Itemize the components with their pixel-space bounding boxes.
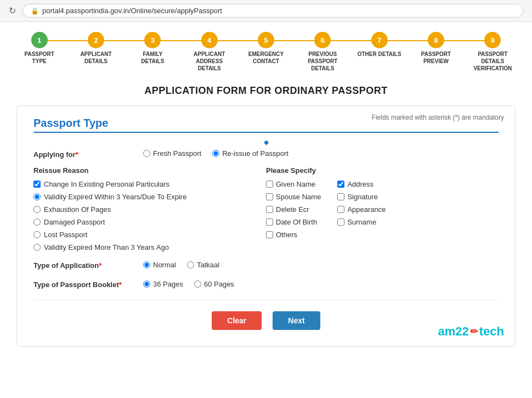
button-row: Clear Next [33, 300, 499, 330]
step-9: 9PASSPORT DETAILS VERIFICATION [465, 32, 521, 72]
step-label-1: PASSPORT TYPE [18, 51, 61, 65]
brand-text-left: am22 [438, 324, 468, 339]
reissue-option-damaged[interactable]: Damaged Passport [33, 218, 266, 226]
step-circle-4[interactable]: 4 [201, 32, 218, 48]
type-booklet-pages36[interactable]: 36 Pages [143, 280, 183, 288]
applying-for-option-reissue[interactable]: Re-issue of Passport [212, 149, 288, 158]
step-circle-9[interactable]: 9 [484, 32, 501, 48]
type-application-row: Type of Application* NormalTatkaal [33, 260, 499, 270]
step-circle-7[interactable]: 7 [371, 32, 388, 48]
step-circle-6[interactable]: 6 [314, 32, 331, 48]
reissue-right: Please Specify Given NameSpouse NameDele… [266, 166, 499, 251]
step-6: 6PREVIOUS PASSPORT DETAILS [295, 32, 351, 72]
type-booklet-options: 36 Pages60 Pages [143, 280, 234, 288]
reissue-option-exhaustion[interactable]: Exhaustion Of Pages [33, 205, 266, 214]
specify-others[interactable]: Others [266, 231, 321, 239]
step-circle-1[interactable]: 1 [31, 32, 48, 48]
step-1: 1PASSPORT TYPE [11, 32, 67, 65]
refresh-icon[interactable]: ↻ [9, 5, 16, 16]
step-label-2: APPLICANT DETAILS [74, 51, 118, 65]
reissue-option-lost[interactable]: Lost Passport [33, 231, 266, 239]
step-8: 8PASSPORT PREVIEW [408, 32, 464, 65]
brand-text-right: tech [479, 324, 504, 339]
mandatory-note: Fields marked with asterisk (*) are mand… [372, 114, 504, 121]
form-container: Fields marked with asterisk (*) are mand… [16, 105, 516, 347]
applying-for-options: Fresh PassportRe-issue of Passport [143, 149, 288, 158]
step-2: 2APPLICANT DETAILS [67, 32, 124, 65]
reissue-reason-title: Reissue Reason [33, 166, 266, 175]
please-specify-title: Please Specify [266, 166, 499, 175]
brand-pencil: ✏ [470, 326, 478, 338]
type-app-tatkaal[interactable]: Tatkaal [187, 261, 219, 269]
clear-button[interactable]: Clear [212, 311, 262, 330]
specify-address[interactable]: Address [337, 180, 386, 188]
reissue-options: Change In Existing Personal ParticularsV… [33, 180, 266, 251]
step-circle-8[interactable]: 8 [428, 32, 444, 48]
browser-bar: ↻ 🔒 portal4.passportindia.gov.in/Online/… [0, 0, 532, 22]
page-title: APPLICATION FORM FOR ORDINARY PASSPORT [0, 77, 532, 105]
step-label-9: PASSPORT DETAILS VERIFICATION [471, 51, 514, 72]
specify-surname[interactable]: Surname [337, 218, 386, 226]
step-label-8: PASSPORT PREVIEW [414, 51, 458, 65]
step-5: 5EMERGENCY CONTACT [237, 32, 294, 65]
please-specify-col2: AddressSignatureAppearanceSurname [337, 180, 386, 239]
specify-delete_ecr[interactable]: Delete Ecr [266, 205, 321, 214]
specify-given_name[interactable]: Given Name [266, 180, 321, 188]
type-booklet-label: Type of Passport Booklet* [33, 279, 143, 289]
specify-signature[interactable]: Signature [337, 193, 386, 201]
step-3: 3FAMILY DETAILS [124, 32, 181, 65]
diamond-icon: ◆ [33, 138, 499, 146]
specify-appearance[interactable]: Appearance [337, 205, 386, 214]
section-divider [33, 132, 499, 133]
url-bar[interactable]: 🔒 portal4.passportindia.gov.in/Online/se… [22, 4, 523, 18]
specify-date_of_birth[interactable]: Date Of Birth [266, 218, 321, 226]
reissue-left: Reissue Reason Change In Existing Person… [33, 166, 266, 251]
step-label-6: PREVIOUS PASSPORT DETAILS [301, 51, 344, 72]
reissue-option-validity_more[interactable]: Validity Expired More Than 3 Years Ago [33, 243, 266, 251]
reissue-option-validity3[interactable]: Validity Expired Within 3 Years/Due To E… [33, 193, 266, 201]
reissue-option-change[interactable]: Change In Existing Personal Particulars [33, 180, 266, 188]
type-booklet-row: Type of Passport Booklet* 36 Pages60 Pag… [33, 279, 499, 289]
url-text: portal4.passportindia.gov.in/Online/secu… [42, 7, 222, 15]
step-label-4: APPLICANT ADDRESS DETAILS [188, 51, 231, 72]
step-circle-5[interactable]: 5 [258, 32, 274, 48]
step-circle-3[interactable]: 3 [144, 32, 161, 48]
next-button[interactable]: Next [273, 311, 320, 330]
applying-for-row: Applying for* Fresh PassportRe-issue of … [33, 149, 499, 159]
lock-icon: 🔒 [31, 7, 39, 15]
step-4: 4APPLICANT ADDRESS DETAILS [181, 32, 237, 72]
step-7: 7OTHER DETAILS [351, 32, 408, 58]
step-circle-2[interactable]: 2 [88, 32, 104, 48]
type-application-label: Type of Application* [33, 260, 143, 270]
step-label-5: EMERGENCY CONTACT [244, 51, 288, 65]
branding: am22✏tech [438, 324, 504, 339]
reissue-section: Reissue Reason Change In Existing Person… [33, 166, 499, 251]
specify-spouse_name[interactable]: Spouse Name [266, 193, 321, 201]
applying-for-option-fresh[interactable]: Fresh Passport [143, 149, 201, 158]
applying-for-label: Applying for* [33, 149, 143, 159]
type-application-options: NormalTatkaal [143, 261, 219, 269]
step-label-7: OTHER DETAILS [358, 51, 401, 58]
stepper: 1PASSPORT TYPE2APPLICANT DETAILS3FAMILY … [0, 22, 532, 77]
please-specify-col1: Given NameSpouse NameDelete EcrDate Of B… [266, 180, 321, 239]
type-booklet-pages60[interactable]: 60 Pages [194, 280, 234, 288]
type-app-normal[interactable]: Normal [143, 261, 176, 269]
page-content: 1PASSPORT TYPE2APPLICANT DETAILS3FAMILY … [0, 22, 532, 398]
please-specify-section: Given NameSpouse NameDelete EcrDate Of B… [266, 180, 499, 239]
step-label-3: FAMILY DETAILS [131, 51, 174, 65]
